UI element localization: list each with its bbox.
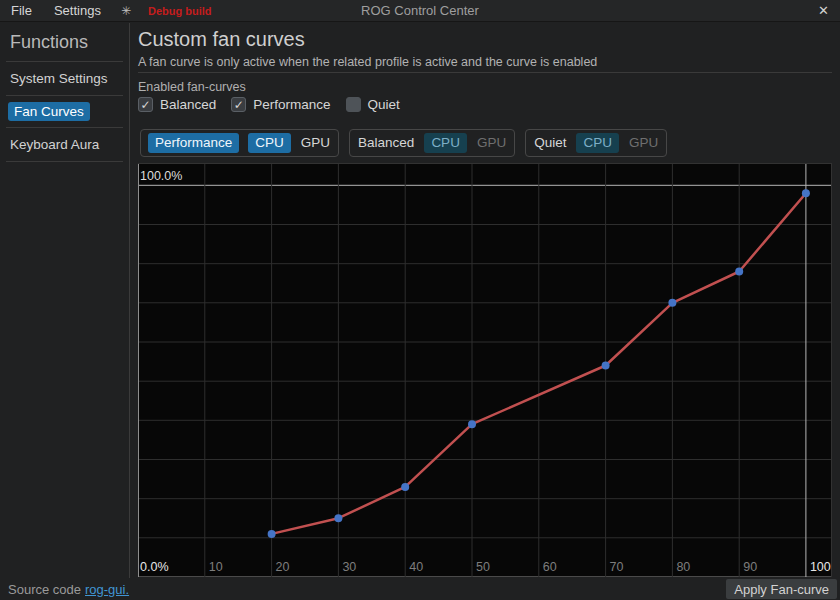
debug-build-badge: Debug build [140,5,212,17]
main-panel: Custom fan curves A fan curve is only ac… [131,23,840,578]
fan-tab-balanced-cpu[interactable]: CPU [424,133,467,154]
fan-tab-balanced-gpu[interactable]: GPU [476,133,507,154]
svg-text:20: 20 [276,560,290,574]
menu-settings[interactable]: Settings [43,1,112,20]
svg-text:100.0%: 100.0% [140,169,182,183]
checkbox-quiet-label: Quiet [368,97,400,112]
sidebar-header: Functions [0,23,129,61]
divider [6,161,123,162]
sidebar-item-fan-curves-label: Fan Curves [8,102,90,121]
checkbox-balanced-label: Balanced [160,97,216,112]
source-code-label: Source code [0,582,81,597]
sidebar-item-keyboard-aura[interactable]: Keyboard Aura [0,128,129,161]
svg-text:10: 10 [209,560,223,574]
fan-curve-group-performance: Performance CPU GPU [140,129,339,157]
status-bar: Source code rog-gui. Apply Fan-curve [0,578,840,600]
page-title: Custom fan curves [138,28,305,51]
svg-text:50: 50 [476,560,490,574]
enabled-checkbox-row: ✓ Balanced ✓ Performance Quiet [138,97,400,112]
svg-text:30: 30 [342,560,356,574]
svg-text:40: 40 [409,560,423,574]
svg-text:0.0%: 0.0% [140,560,169,574]
fan-tab-performance-cpu[interactable]: CPU [248,133,291,154]
profile-tab-performance[interactable]: Performance [148,133,239,154]
svg-text:90: 90 [743,560,757,574]
checkbox-performance[interactable]: ✓ Performance [231,97,330,112]
fan-tab-performance-gpu[interactable]: GPU [300,133,331,154]
checkbox-quiet[interactable]: Quiet [346,97,400,112]
fan-tab-quiet-gpu[interactable]: GPU [628,133,659,154]
checkbox-unchecked-icon [346,97,361,112]
profile-tab-quiet[interactable]: Quiet [533,133,567,154]
divider [138,72,832,73]
profile-tab-balanced[interactable]: Balanced [357,133,415,154]
fan-curve-group-balanced: Balanced CPU GPU [349,129,515,157]
titlebar: File Settings ✳ Debug build ROG Control … [0,0,840,22]
svg-text:70: 70 [610,560,624,574]
sidebar: Functions System Settings Fan Curves Key… [0,23,130,578]
fan-curve-chart[interactable]: 102030405060708090100100.0%0.0% [138,163,832,577]
profile-selector-row: Performance CPU GPU Balanced CPU GPU Qui… [140,129,667,157]
source-code-link[interactable]: rog-gui. [81,582,129,597]
checkbox-balanced[interactable]: ✓ Balanced [138,97,216,112]
fan-curve-chart-svg: 102030405060708090100100.0%0.0% [138,163,832,577]
page-subtitle: A fan curve is only active when the rela… [138,55,597,69]
checkbox-performance-label: Performance [253,97,330,112]
svg-text:100: 100 [810,560,831,574]
sidebar-item-system-settings[interactable]: System Settings [0,62,129,95]
menu-file[interactable]: File [0,1,43,20]
fan-curve-group-quiet: Quiet CPU GPU [525,129,667,157]
menu-bar: File Settings ✳ Debug build [0,1,212,20]
svg-text:60: 60 [543,560,557,574]
checkbox-checked-icon: ✓ [231,97,246,112]
sidebar-item-fan-curves[interactable]: Fan Curves [0,96,129,127]
close-icon[interactable]: ✕ [818,3,829,18]
enabled-fan-curves-label: Enabled fan-curves [138,80,246,94]
fan-tab-quiet-cpu[interactable]: CPU [576,133,619,154]
checkbox-checked-icon: ✓ [138,97,153,112]
apply-fan-curve-button[interactable]: Apply Fan-curve [726,579,837,599]
theme-toggle-icon[interactable]: ✳ [112,4,140,18]
svg-text:80: 80 [676,560,690,574]
